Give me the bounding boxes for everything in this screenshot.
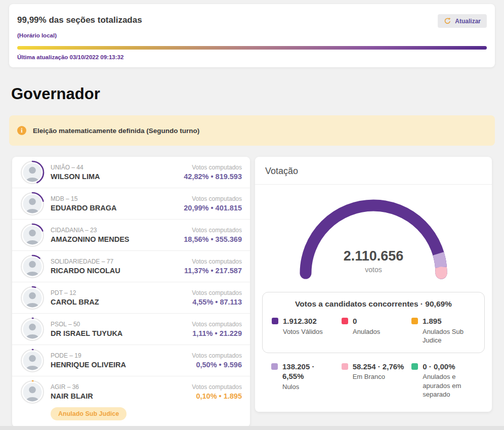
candidate-avatar [20, 223, 45, 247]
candidate-name: AMAZONINO MENDES [51, 235, 129, 243]
stat-value: 0 · 0,00% [423, 362, 476, 372]
refresh-button[interactable]: Atualizar [438, 14, 487, 28]
votes-value: 0,10% • 1.895 [192, 392, 242, 400]
stat-item: 0Anulados [342, 316, 405, 345]
stat-value: 1.895 [423, 316, 475, 326]
candidate-party: UNIÃO – 44 [51, 164, 100, 171]
votes-computed-label: Votos computados [184, 164, 242, 171]
candidate-avatar [20, 380, 45, 404]
votacao-title: Votação [255, 157, 492, 185]
stat-item: 138.205 · 6,55%Nulos [271, 362, 335, 399]
candidate-avatar [20, 192, 45, 216]
stat-label: Anulados Sub Judice [423, 327, 475, 345]
candidate-avatar [20, 286, 45, 310]
stat-value: 58.254 · 2,76% [353, 362, 404, 372]
concurrent-votes-box: Votos a candidatos concorrentes · 90,69%… [262, 292, 485, 353]
candidate-party: AGIR – 36 [51, 383, 93, 391]
votes-value: 18,56% • 355.369 [184, 235, 242, 243]
stat-label: Anulados e apurados em separado [423, 372, 476, 398]
votes-computed-label: Votos computados [184, 227, 242, 234]
candidate-party: SOLIDARIEDADE – 77 [51, 258, 120, 265]
totalization-progress-bar [17, 46, 487, 50]
candidate-avatar [20, 254, 45, 279]
votacao-card: Votação 2.110.656 votos Votos a candidat… [255, 157, 492, 412]
votes-value: 0,50% • 9.596 [192, 361, 242, 369]
votes-value: 11,37% • 217.587 [184, 267, 242, 275]
candidate-row: MDB – 15EDUARDO BRAGAVotos computados20,… [12, 188, 250, 219]
candidate-row: PODE – 19HENRIQUE OLIVEIRAVotos computad… [12, 345, 250, 376]
candidate-name: EDUARDO BRAGA [51, 204, 117, 212]
votes-computed-label: Votos computados [184, 258, 242, 265]
info-icon: i [17, 126, 26, 135]
legend-swatch [271, 363, 278, 370]
stat-label: Votos Válidos [283, 327, 323, 336]
candidate-name: CAROL BRAZ [51, 298, 99, 306]
votes-computed-label: Votos computados [192, 289, 242, 296]
legend-swatch [342, 318, 348, 324]
totalization-title: 99,99% das seções totalizadas [17, 12, 142, 25]
last-update-text: Última atualização 03/10/2022 09:13:32 [17, 54, 487, 60]
candidate-avatar [20, 349, 45, 373]
stat-item: 1.912.302Votos Válidos [272, 316, 335, 345]
votes-computed-label: Votos computados [184, 195, 242, 202]
total-votes-unit: votos [255, 266, 492, 274]
votes-value: 20,99% • 401.815 [184, 204, 242, 212]
info-banner: i Eleição matematicamente definida (Segu… [9, 115, 495, 146]
candidate-party: PODE – 19 [51, 352, 126, 359]
total-votes-value: 2.110.656 [255, 248, 492, 264]
legend-swatch [411, 318, 418, 324]
candidate-row: SOLIDARIEDADE – 77RICARDO NICOLAUVotos c… [12, 250, 250, 282]
candidate-party: PSOL – 50 [51, 321, 122, 328]
stat-item: 1.895Anulados Sub Judice [411, 316, 475, 345]
votes-gauge: 2.110.656 votos [255, 185, 492, 282]
footer-strip [0, 426, 504, 430]
legend-swatch [342, 363, 348, 370]
votes-value: 1,11% • 21.229 [192, 329, 242, 337]
votes-computed-label: Votos computados [192, 321, 242, 328]
banner-text: Eleição matematicamente definida (Segund… [33, 127, 199, 135]
candidate-name: NAIR BLAIR [51, 392, 93, 400]
legend-swatch [272, 318, 278, 324]
stat-item: 58.254 · 2,76%Em Branco [342, 362, 406, 399]
candidate-name: WILSON LIMA [51, 173, 100, 181]
stat-label: Anulados [353, 327, 380, 336]
stat-item: 0 · 0,00%Anulados e apurados em separado [411, 362, 476, 399]
candidate-avatar [20, 317, 45, 341]
candidate-row: PSOL – 50DR ISRAEL TUYUKAVotos computado… [12, 313, 250, 345]
concurrent-votes-title: Votos a candidatos concorrentes · 90,69% [272, 299, 475, 309]
candidate-name: DR ISRAEL TUYUKA [51, 329, 122, 337]
stat-value: 0 [353, 316, 380, 326]
stat-value: 1.912.302 [283, 316, 323, 326]
candidates-card: UNIÃO – 44WILSON LIMAVotos computados42,… [12, 157, 250, 427]
candidate-party: MDB – 15 [51, 195, 117, 202]
votes-value: 42,82% • 819.593 [184, 173, 242, 181]
refresh-label: Atualizar [455, 18, 481, 25]
votes-computed-label: Votos computados [192, 383, 242, 391]
candidate-row: AGIR – 36NAIR BLAIRVotos computados0,10%… [12, 376, 250, 427]
candidate-row: PDT – 12CAROL BRAZVotos computados4,55% … [12, 282, 250, 313]
candidate-row: CIDADANIA – 23AMAZONINO MENDESVotos comp… [12, 219, 250, 250]
stat-label: Em Branco [353, 372, 404, 381]
votes-computed-label: Votos computados [192, 352, 242, 359]
votes-value: 4,55% • 87.113 [192, 298, 242, 306]
stat-label: Nulos [282, 382, 335, 391]
candidate-party: CIDADANIA – 23 [51, 227, 129, 234]
totalization-card: 99,99% das seções totalizadas Atualizar … [9, 4, 495, 67]
stat-value: 138.205 · 6,55% [282, 362, 335, 381]
candidate-row: UNIÃO – 44WILSON LIMAVotos computados42,… [12, 157, 250, 188]
refresh-icon [444, 17, 451, 25]
local-time-note: (Horário local) [17, 32, 487, 38]
candidate-avatar [20, 160, 45, 185]
candidate-name: RICARDO NICOLAU [51, 267, 120, 275]
candidate-party: PDT – 12 [51, 289, 99, 296]
candidate-name: HENRIQUE OLIVEIRA [51, 361, 126, 369]
sub-judice-badge: Anulado Sub Judice [51, 407, 127, 420]
page-title: Governador [11, 85, 504, 103]
legend-swatch [411, 363, 418, 370]
